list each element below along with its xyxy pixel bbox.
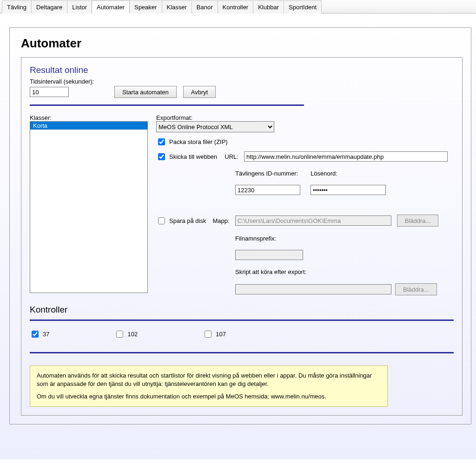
web-label: Skicka till webben — [169, 153, 217, 160]
klasser-label: Klasser: — [30, 114, 148, 121]
url-label: URL: — [225, 153, 238, 160]
tab-kontroller[interactable]: Kontroller — [218, 0, 254, 13]
prefix-label: Filnamnsprefix: — [235, 235, 454, 242]
info-box: Automaten används för att skicka resulta… — [30, 365, 388, 407]
kontroll-37-checkbox[interactable] — [32, 331, 39, 338]
url-input[interactable] — [244, 151, 448, 162]
tab-banor[interactable]: Banor — [192, 0, 218, 13]
password-label: Lösenord: — [311, 170, 386, 177]
tab-sportident[interactable]: SportIdent — [284, 0, 322, 13]
section-resultat-online: Resultat online — [30, 65, 454, 75]
zip-label: Packa stora filer (ZIP) — [169, 138, 228, 145]
folder-label: Mapp: — [213, 217, 230, 224]
automater-frame: Resultat online Tidsintervall (sekunder)… — [21, 57, 463, 416]
separator-kontroller-top — [30, 320, 454, 321]
separator-top — [30, 104, 304, 106]
zip-checkbox[interactable] — [158, 138, 165, 145]
klasser-listbox[interactable]: Korta — [30, 121, 148, 293]
browse-script-button: Bläddra... — [395, 283, 437, 295]
tab-deltagare[interactable]: Deltagare — [31, 0, 67, 13]
folder-input — [235, 215, 391, 226]
start-automaton-button[interactable]: Starta automaten — [114, 86, 177, 98]
kontroll-102-checkbox[interactable] — [116, 331, 123, 338]
info-p2: Om du vill utveckla egna tjänster finns … — [37, 392, 381, 401]
kontroll-102-label: 102 — [127, 331, 138, 338]
klasser-item-korta[interactable]: Korta — [30, 122, 147, 130]
web-checkbox[interactable] — [158, 153, 165, 160]
exportformat-select[interactable]: MeOS Online Protocol XML — [156, 121, 274, 132]
tab-klubbar[interactable]: Klubbar — [253, 0, 284, 13]
tab-listor[interactable]: Listor — [67, 0, 92, 13]
script-input — [235, 284, 391, 294]
main-tabs: Tävling Deltagare Listor Automater Speak… — [0, 0, 476, 13]
separator-kontroller-bottom — [30, 352, 454, 353]
cancel-button[interactable]: Avbryt — [183, 86, 216, 98]
kontroller-title: Kontroller — [30, 305, 454, 315]
password-input[interactable] — [311, 185, 386, 195]
comp-id-label: Tävlingens ID-nummer: — [235, 170, 300, 177]
disk-checkbox[interactable] — [158, 217, 165, 224]
page-title: Automater — [21, 36, 471, 51]
exportformat-label: Exportformat: — [156, 114, 454, 121]
tab-automater[interactable]: Automater — [92, 0, 130, 13]
kontroll-107-checkbox[interactable] — [205, 331, 212, 338]
disk-label: Spara på disk — [169, 217, 206, 224]
prefix-input — [235, 250, 303, 260]
script-label: Skript att köra efter export: — [235, 268, 454, 275]
tab-klasser[interactable]: Klasser — [162, 0, 192, 13]
interval-label: Tidsintervall (sekunder): — [30, 78, 454, 85]
comp-id-input[interactable] — [235, 185, 300, 195]
browse-folder-button: Bläddra... — [397, 215, 439, 227]
kontroll-37-label: 37 — [43, 331, 49, 338]
tab-tavling[interactable]: Tävling — [2, 0, 32, 13]
interval-input[interactable] — [30, 87, 69, 97]
tab-speaker[interactable]: Speaker — [129, 0, 162, 13]
kontroll-107-label: 107 — [216, 331, 226, 338]
info-p1: Automaten används för att skicka resulta… — [37, 372, 381, 388]
